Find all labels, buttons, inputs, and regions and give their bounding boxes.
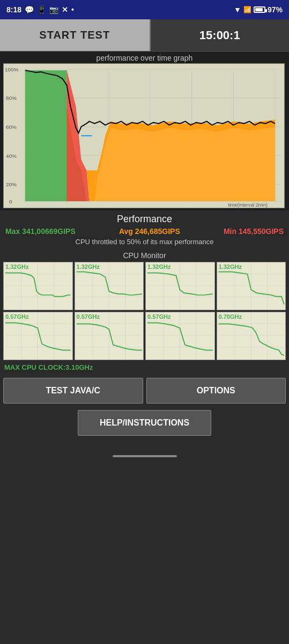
- x-icon: ✕: [62, 5, 68, 14]
- cpu-freq-4: 1.32GHz: [219, 264, 242, 270]
- help-section: HELP/INSTRUCTIONS: [0, 406, 289, 440]
- svg-text:80%: 80%: [6, 96, 17, 101]
- cpu-cell-4: 1.32GHz: [217, 262, 286, 310]
- start-test-button[interactable]: START TEST: [0, 19, 151, 51]
- svg-text:100%: 100%: [5, 67, 19, 72]
- wifi-icon: ▼: [234, 5, 241, 14]
- svg-text:0: 0: [9, 199, 12, 204]
- cpu-freq-2: 1.32GHz: [77, 264, 100, 270]
- signal-icon: 📶: [243, 6, 251, 13]
- cpu-freq-8: 0.70GHz: [219, 313, 242, 320]
- home-area: [0, 440, 289, 462]
- battery-percent: 97%: [268, 5, 283, 14]
- test-java-c-button[interactable]: TEST JAVA/C: [3, 378, 143, 404]
- graph-title: performance over time graph: [3, 54, 286, 62]
- cpu-cell-6: 0.57GHz: [75, 312, 144, 360]
- bottom-buttons: TEST JAVA/C OPTIONS: [0, 376, 289, 406]
- cpu-cell-3: 1.32GHz: [145, 262, 215, 310]
- throttle-text: CPU throttled to 50% of its max performa…: [5, 238, 284, 246]
- cpu-cell-7: 0.57GHz: [145, 312, 215, 360]
- svg-marker-23: [89, 128, 275, 201]
- options-button[interactable]: OPTIONS: [146, 378, 286, 404]
- cpu-freq-6: 0.57GHz: [77, 313, 100, 320]
- home-indicator: [113, 455, 177, 457]
- battery-icon: [254, 6, 265, 13]
- instagram-icon: 📷: [49, 5, 58, 14]
- perf-max: Max 341,00669GIPS: [5, 227, 76, 236]
- cpu-cell-5: 0.57GHz: [3, 312, 73, 360]
- time-display: 8:18: [6, 5, 21, 14]
- cpu-freq-5: 0.57GHz: [5, 313, 28, 320]
- svg-text:time(interval 2min): time(interval 2min): [228, 202, 268, 208]
- performance-title: Performance: [5, 214, 284, 225]
- dot-icon: •: [71, 5, 74, 14]
- graph-container: 100% 80% 60% 40% 20% 0 time(interval 2mi…: [3, 63, 285, 208]
- performance-graph: 100% 80% 60% 40% 20% 0 time(interval 2mi…: [4, 64, 284, 208]
- perf-avg: Avg 246,685GIPS: [119, 227, 180, 236]
- status-left: 8:18 💬 📱 📷 ✕ •: [6, 5, 74, 14]
- svg-text:40%: 40%: [6, 153, 17, 159]
- perf-stats: Max 341,00669GIPS Avg 246,685GIPS Min 14…: [5, 227, 284, 236]
- cpu-freq-7: 0.57GHz: [147, 313, 171, 320]
- graph-section: performance over time graph 100% 80% 60%: [0, 52, 289, 210]
- svg-text:20%: 20%: [6, 181, 17, 187]
- cpu-grid: 1.32GHz 1.32GHz: [3, 262, 286, 360]
- timer-display: 15:00:1: [151, 19, 290, 51]
- max-cpu-clock: MAX CPU CLOCK:3.10GHz: [3, 362, 286, 374]
- status-bar: 8:18 💬 📱 📷 ✕ • ▼ 📶 97%: [0, 0, 289, 19]
- cpu-cell-2: 1.32GHz: [75, 262, 144, 310]
- chat-icon: 💬: [25, 5, 34, 14]
- top-buttons: START TEST 15:00:1: [0, 19, 289, 52]
- cpu-cell-8: 0.70GHz: [217, 312, 286, 360]
- svg-text:60%: 60%: [6, 124, 17, 130]
- performance-section: Performance Max 341,00669GIPS Avg 246,68…: [0, 210, 289, 249]
- perf-min: Min 145,550GIPS: [224, 227, 284, 236]
- cpu-monitor-section: CPU Monitor 1.32GHz 1.32GHz: [0, 249, 289, 376]
- cpu-freq-3: 1.32GHz: [147, 264, 171, 270]
- cpu-freq-1: 1.32GHz: [5, 264, 28, 270]
- status-right: ▼ 📶 97%: [234, 5, 283, 14]
- help-instructions-button[interactable]: HELP/INSTRUCTIONS: [78, 410, 211, 436]
- cpu-cell-1: 1.32GHz: [3, 262, 73, 310]
- cpu-monitor-title: CPU Monitor: [3, 251, 286, 260]
- whatsapp-icon: 📱: [37, 5, 46, 14]
